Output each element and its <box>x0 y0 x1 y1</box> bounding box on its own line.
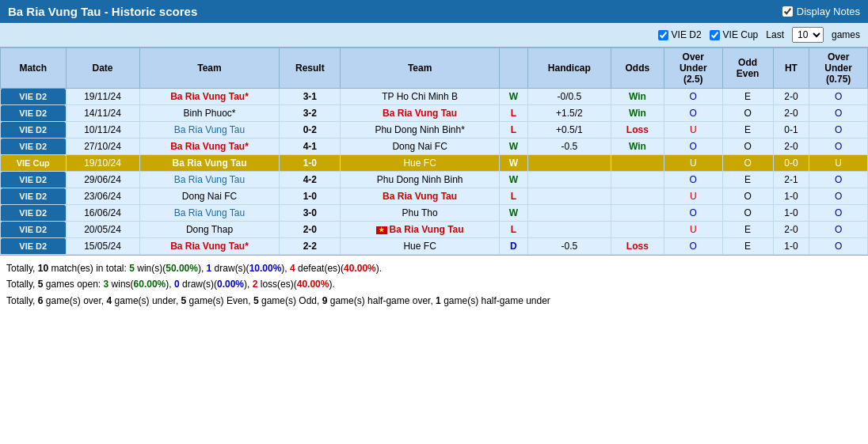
league-badge: VIE D2 <box>1 238 67 255</box>
scores-table: Match Date Team Result Team Handicap Odd… <box>0 47 868 255</box>
match-result: 4-1 <box>280 139 341 155</box>
team1-name: Ba Ria Vung Tau <box>139 155 280 172</box>
odd-even: E <box>722 89 773 105</box>
over-under-075: O <box>809 222 868 238</box>
col-odds: Odds <box>611 48 664 89</box>
match-date: 20/05/24 <box>66 222 139 238</box>
team1-name: Ba Ria Vung Tau <box>139 172 280 188</box>
summary-text-part: 5 <box>129 263 135 274</box>
handicap <box>527 205 611 222</box>
table-row: VIE D223/06/24Dong Nai FC1-0Ba Ria Vung … <box>1 188 868 205</box>
summary-section: Totally, 10 match(es) in total: 5 win(s)… <box>0 255 868 313</box>
team2-name: Ba Ria Vung Tau <box>341 105 500 122</box>
col-result: Result <box>280 48 341 89</box>
summary-text-part: game(s) half-game over, <box>327 295 436 306</box>
vie-d2-checkbox[interactable] <box>658 30 668 40</box>
vie-cup-filter[interactable]: VIE Cup <box>710 29 759 40</box>
odd-even: E <box>722 122 773 139</box>
handicap: +0.5/1 <box>527 122 611 139</box>
league-badge: VIE D2 <box>1 222 67 238</box>
filter-bar: VIE D2 VIE Cup Last 10 5 15 20 25 30 gam… <box>0 23 868 47</box>
team2-name: Hue FC <box>341 155 500 172</box>
odd-even: E <box>722 172 773 188</box>
last-games-select[interactable]: 10 5 15 20 25 30 <box>792 27 824 43</box>
team1-name: Binh Phuoc* <box>139 105 280 122</box>
display-notes-checkbox[interactable] <box>782 6 793 17</box>
summary-text-part: 4 <box>290 263 295 274</box>
summary-line1: Totally, 10 match(es) in total: 5 win(s)… <box>6 260 862 276</box>
handicap <box>527 188 611 205</box>
league-badge: VIE D2 <box>1 188 67 205</box>
summary-text-part: 1 <box>436 295 441 306</box>
page-title: Ba Ria Vung Tau - Historic scores <box>8 5 197 18</box>
summary-text-part: loss(es)( <box>257 279 296 290</box>
page-header: Ba Ria Vung Tau - Historic scores Displa… <box>0 0 868 23</box>
half-time: 2-0 <box>773 222 809 238</box>
league-badge: VIE D2 <box>1 139 67 155</box>
over-under-075: O <box>809 139 868 155</box>
summary-text-part: 50.00% <box>166 263 198 274</box>
summary-text-part: draw(s)( <box>211 263 249 274</box>
summary-text-part: games open: <box>43 279 103 290</box>
summary-text-part: 0 <box>174 279 180 290</box>
vie-cup-checkbox[interactable] <box>710 30 720 40</box>
match-result: 1-0 <box>280 155 341 172</box>
summary-text-part: 10.00% <box>249 263 282 274</box>
summary-text-part: game(s) over, <box>43 295 106 306</box>
table-row: VIE D216/06/24Ba Ria Vung Tau3-0Phu ThoW… <box>1 205 868 222</box>
col-team2: Team <box>341 48 500 89</box>
table-row: VIE D219/11/24Ba Ria Vung Tau*3-1TP Ho C… <box>1 89 868 105</box>
display-notes-control[interactable]: Display Notes <box>782 6 860 17</box>
team1-name: Ba Ria Vung Tau* <box>139 139 280 155</box>
match-date: 29/06/24 <box>66 172 139 188</box>
match-result: 0-2 <box>280 122 341 139</box>
win-loss: W <box>499 155 527 172</box>
summary-text-part: ), <box>244 279 253 290</box>
odds-result: Win <box>611 89 664 105</box>
over-under-25: O <box>664 105 722 122</box>
summary-text-part: game(s) Even, <box>186 295 253 306</box>
win-loss: W <box>499 172 527 188</box>
odd-even: E <box>722 222 773 238</box>
match-date: 19/11/24 <box>66 89 139 105</box>
match-result: 3-1 <box>280 89 341 105</box>
summary-text-part: ), <box>166 279 174 290</box>
table-row: VIE Cup19/10/24Ba Ria Vung Tau1-0Hue FCW… <box>1 155 868 172</box>
over-under-25: U <box>664 122 722 139</box>
over-under-075: O <box>809 238 868 255</box>
col-ou25: OverUnder(2.5) <box>664 48 722 89</box>
handicap <box>527 155 611 172</box>
summary-text-part: ), <box>281 263 290 274</box>
odd-even: O <box>722 205 773 222</box>
odd-even: O <box>722 155 773 172</box>
win-loss: W <box>499 89 527 105</box>
odds-result <box>611 172 664 188</box>
league-badge: VIE D2 <box>1 122 67 139</box>
summary-line3: Totally, 6 game(s) over, 4 game(s) under… <box>6 293 862 309</box>
odds-result: Loss <box>611 238 664 255</box>
summary-text-part: ). <box>376 263 382 274</box>
summary-text-part: win(s)( <box>135 263 166 274</box>
half-time: 1-0 <box>773 188 809 205</box>
vie-d2-filter[interactable]: VIE D2 <box>658 29 702 40</box>
half-time: 1-0 <box>773 238 809 255</box>
over-under-25: O <box>664 205 722 222</box>
half-time: 2-0 <box>773 139 809 155</box>
odd-even: E <box>722 238 773 255</box>
table-row: VIE D215/05/24Ba Ria Vung Tau*2-2Hue FCD… <box>1 238 868 255</box>
summary-text-part: 10 <box>38 263 48 274</box>
odds-result: Win <box>611 139 664 155</box>
team1-name: Ba Ria Vung Tau* <box>139 89 280 105</box>
summary-text-part: 5 <box>253 295 259 306</box>
match-date: 27/10/24 <box>66 139 139 155</box>
odds-result: Loss <box>611 122 664 139</box>
summary-text-part: 0.00% <box>217 279 244 290</box>
team1-name: Ba Ria Vung Tau <box>139 205 280 222</box>
match-result: 3-0 <box>280 205 341 222</box>
table-row: VIE D220/05/24Dong Thap2-0★Ba Ria Vung T… <box>1 222 868 238</box>
over-under-075: O <box>809 205 868 222</box>
league-badge: VIE D2 <box>1 172 67 188</box>
half-time: 1-0 <box>773 205 809 222</box>
team1-name: Ba Ria Vung Tau* <box>139 238 280 255</box>
match-result: 3-2 <box>280 105 341 122</box>
